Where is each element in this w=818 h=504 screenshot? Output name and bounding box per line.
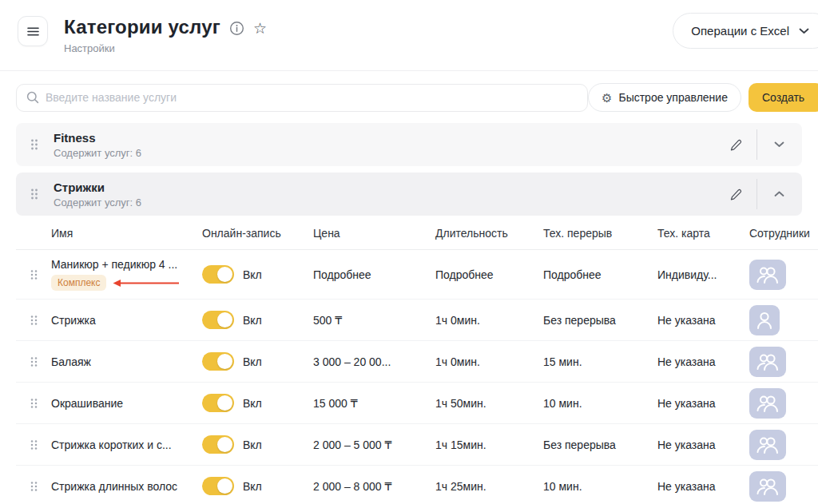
annotation-arrow-icon (112, 279, 181, 288)
create-button[interactable]: Создать (749, 83, 818, 112)
tech-card-cell: Не указана (657, 439, 749, 451)
online-booking-toggle[interactable] (202, 311, 234, 329)
online-booking-toggle[interactable] (202, 352, 234, 371)
duration-cell: 1ч 25мин. (435, 480, 543, 493)
breadcrumb: Настройки (64, 42, 267, 54)
online-booking-toggle[interactable] (202, 265, 234, 284)
toggle-state-label: Вкл (243, 355, 262, 368)
online-booking-toggle[interactable] (202, 477, 234, 495)
drag-handle-icon[interactable] (30, 439, 38, 450)
hamburger-menu-button[interactable] (18, 16, 48, 46)
search-icon (26, 91, 39, 104)
col-header-tech-card: Тех. карта (657, 227, 749, 240)
tech-break-cell: Подробнее (543, 268, 657, 281)
drag-handle-icon[interactable] (30, 481, 38, 492)
pencil-icon (729, 188, 742, 201)
price-cell: 500 ₸ (313, 314, 435, 327)
search-box[interactable] (16, 84, 588, 112)
price-cell: 2 000 – 5 000 ₸ (313, 439, 435, 451)
col-header-online: Онлайн-запись (202, 227, 313, 240)
info-icon[interactable] (229, 21, 244, 36)
edit-category-button[interactable] (723, 182, 747, 206)
edit-category-button[interactable] (723, 133, 747, 157)
duration-cell: Подробнее (435, 268, 543, 281)
table-row[interactable]: Окрашивание Вкл 15 000 ₸ 1ч 50мин. 10 ми… (16, 383, 818, 424)
table-row[interactable]: Маникюр + педикюр 4 ... Комплекс Вкл Под… (16, 250, 818, 300)
category-row-fitness[interactable]: Fitness Содержит услуг: 6 (16, 123, 802, 166)
price-cell: 15 000 ₸ (313, 397, 435, 410)
drag-handle-icon[interactable] (30, 356, 38, 367)
toggle-state-label: Вкл (243, 439, 262, 451)
price-cell: 2 000 – 8 000 ₸ (313, 480, 435, 493)
favorite-star-icon[interactable]: ☆ (253, 21, 267, 36)
employees-button[interactable] (749, 260, 786, 290)
table-row[interactable]: Стрижка длинных волос Вкл 2 000 – 8 000 … (16, 466, 818, 504)
services-table: Имя Онлайн-запись Цена Длительность Тех.… (16, 217, 818, 504)
employees-button[interactable] (749, 347, 786, 377)
two-person-icon (756, 435, 780, 454)
online-booking-toggle[interactable] (202, 394, 234, 412)
toggle-state-label: Вкл (243, 397, 262, 410)
duration-cell: 1ч 50мин. (435, 397, 543, 410)
employees-button[interactable] (749, 305, 780, 335)
pencil-icon (729, 138, 742, 152)
tech-break-cell: 15 мин. (543, 355, 657, 368)
category-name: Fitness (54, 131, 141, 145)
one-person-icon (756, 311, 773, 330)
expand-category-button[interactable] (767, 133, 791, 157)
complex-badge: Комплекс (51, 275, 106, 291)
duration-cell: 1ч 15мин. (435, 439, 543, 451)
service-name: Маникюр + педикюр 4 ... (51, 258, 202, 271)
tech-card-cell: Не указана (657, 314, 749, 327)
chevron-up-icon (774, 191, 784, 197)
page-title: Категории услуг (64, 16, 220, 38)
category-name: Стрижки (54, 181, 141, 194)
col-header-price: Цена (313, 227, 435, 240)
toggle-state-label: Вкл (243, 480, 262, 493)
employees-button[interactable] (749, 388, 786, 419)
tech-break-cell: Без перерыва (543, 439, 657, 451)
tech-break-cell: 10 мин. (543, 480, 657, 493)
drag-handle-icon[interactable] (30, 398, 38, 409)
excel-operations-button[interactable]: Операции с Excel (673, 13, 818, 49)
search-input[interactable] (46, 91, 578, 104)
quick-manage-label: Быстрое управление (618, 91, 727, 104)
table-row[interactable]: Стрижка коротких и с... Вкл 2 000 – 5 00… (16, 424, 818, 466)
chevron-down-icon (774, 141, 784, 148)
table-row[interactable]: Балаяж Вкл 3 000 – 20 00... 1ч 0мин. 15 … (16, 341, 818, 383)
excel-operations-label: Операции с Excel (691, 24, 789, 38)
tech-card-cell: Не указана (657, 355, 749, 368)
price-cell: Подробнее (313, 268, 435, 281)
employees-button[interactable] (749, 430, 786, 460)
hamburger-icon (27, 27, 39, 36)
tech-card-cell: Не указана (657, 397, 749, 410)
drag-handle-icon[interactable] (30, 188, 38, 200)
employees-button[interactable] (749, 471, 786, 502)
tech-break-cell: 10 мин. (543, 397, 657, 410)
service-name: Стрижка длинных волос (51, 480, 202, 493)
category-subtitle: Содержит услуг: 6 (54, 147, 141, 159)
drag-handle-icon[interactable] (30, 138, 38, 151)
drag-handle-icon[interactable] (30, 315, 38, 326)
service-name: Балаяж (51, 355, 202, 368)
online-booking-toggle[interactable] (202, 435, 234, 454)
category-subtitle: Содержит услуг: 6 (54, 196, 141, 208)
service-name: Стрижка коротких и с... (51, 439, 202, 451)
drag-handle-icon[interactable] (30, 269, 38, 280)
two-person-icon (756, 265, 780, 284)
table-header-row: Имя Онлайн-запись Цена Длительность Тех.… (16, 217, 818, 250)
tech-card-cell: Не указана (657, 480, 749, 493)
table-row[interactable]: Стрижка Вкл 500 ₸ 1ч 0мин. Без перерыва … (16, 300, 818, 341)
col-header-tech-break: Тех. перерыв (543, 227, 657, 240)
toggle-state-label: Вкл (243, 268, 262, 281)
toggle-state-label: Вкл (243, 314, 262, 327)
category-row-strizhki[interactable]: Стрижки Содержит услуг: 6 (16, 173, 802, 216)
quick-manage-button[interactable]: ⚙ Быстрое управление (588, 83, 741, 112)
col-header-duration: Длительность (435, 227, 543, 240)
tech-break-cell: Без перерыва (543, 314, 657, 327)
col-header-employees: Сотрудники (749, 227, 818, 240)
tech-card-cell: Индивиду... (657, 268, 749, 281)
collapse-category-button[interactable] (767, 182, 791, 206)
duration-cell: 1ч 0мин. (435, 314, 543, 327)
chevron-down-icon (799, 28, 809, 34)
